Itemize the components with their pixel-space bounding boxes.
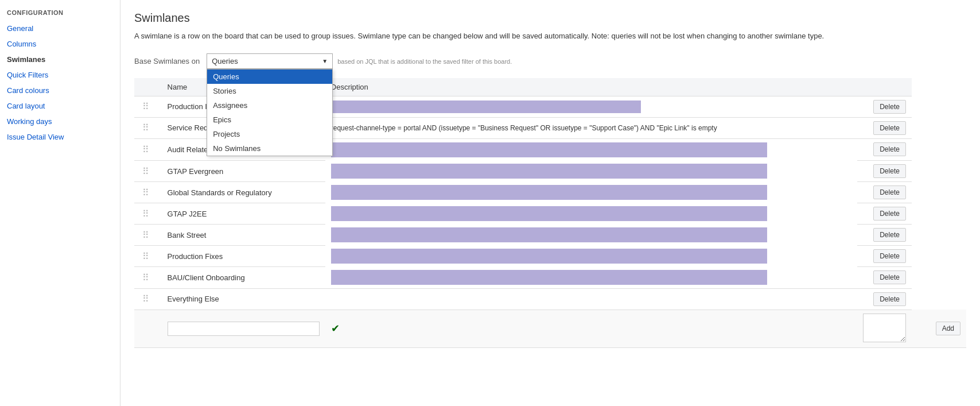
drag-handle-icon[interactable]: ⠿ bbox=[140, 145, 151, 154]
sidebar-item-card-layout[interactable]: Card layout bbox=[0, 98, 120, 114]
drag-handle-icon[interactable]: ⠿ bbox=[140, 294, 151, 304]
delete-button[interactable]: Delete bbox=[873, 100, 906, 114]
drag-handle[interactable]: ⠿ bbox=[134, 96, 162, 117]
dropdown-option-queries[interactable]: Queries bbox=[207, 69, 332, 84]
swimlane-name: Bank Street bbox=[162, 225, 325, 246]
sidebar-item-general[interactable]: General bbox=[0, 21, 120, 36]
swimlane-type-dropdown-container: Queries ▼ QueriesStoriesAssigneesEpicsPr… bbox=[207, 53, 333, 69]
swimlane-action-cell: Delete bbox=[857, 203, 912, 225]
drag-handle[interactable]: ⠿ bbox=[134, 267, 162, 289]
sidebar-item-issue-detail-view[interactable]: Issue Detail View bbox=[0, 129, 120, 145]
drag-handle[interactable]: ⠿ bbox=[134, 138, 162, 161]
delete-button[interactable]: Delete bbox=[873, 142, 906, 156]
sidebar-item-quick-filters[interactable]: Quick Filters bbox=[0, 67, 120, 83]
swimlane-description bbox=[325, 246, 857, 267]
add-swimlane-row: ✔ Add bbox=[134, 310, 966, 347]
sidebar-item-swimlanes[interactable]: Swimlanes bbox=[0, 52, 120, 67]
swimlane-description bbox=[325, 267, 857, 289]
table-row: ⠿Bank StreetDelete bbox=[134, 225, 966, 246]
page-description: A swimlane is a row on the board that ca… bbox=[134, 30, 966, 42]
drag-handle[interactable]: ⠿ bbox=[134, 225, 162, 246]
drag-handle[interactable]: ⠿ bbox=[134, 246, 162, 267]
swimlane-action-cell: Delete bbox=[857, 182, 912, 203]
table-row: ⠿GTAP EvergreenDelete bbox=[134, 161, 966, 182]
base-swimlanes-label: Base Swimlanes on bbox=[134, 53, 200, 65]
dropdown-option-epics[interactable]: Epics bbox=[207, 113, 332, 127]
swimlane-action-cell: Delete bbox=[857, 96, 912, 117]
drag-handle-icon[interactable]: ⠿ bbox=[140, 102, 151, 111]
drag-handle-icon[interactable]: ⠿ bbox=[140, 209, 151, 219]
drag-handle[interactable]: ⠿ bbox=[134, 288, 162, 310]
drag-handle[interactable]: ⠿ bbox=[134, 182, 162, 203]
swimlane-description bbox=[325, 138, 857, 161]
dropdown-selected-value: Queries bbox=[212, 57, 238, 65]
description-column-header: Description bbox=[325, 78, 857, 96]
swimlane-name: GTAP Evergreen bbox=[162, 161, 325, 182]
swimlane-action-cell: Delete bbox=[857, 246, 912, 267]
swimlane-name: Everything Else bbox=[162, 288, 325, 310]
swimlane-name: Production Fixes bbox=[162, 246, 325, 267]
sidebar-item-working-days[interactable]: Working days bbox=[0, 114, 120, 129]
sidebar-item-card-colours[interactable]: Card colours bbox=[0, 83, 120, 98]
sidebar-item-columns[interactable]: Columns bbox=[0, 36, 120, 52]
drag-handle-icon[interactable]: ⠿ bbox=[140, 273, 151, 283]
add-button[interactable]: Add bbox=[936, 322, 960, 335]
new-swimlane-desc-input[interactable] bbox=[863, 314, 906, 342]
delete-button[interactable]: Delete bbox=[873, 121, 906, 135]
jql-hint: based on JQL that is additional to the s… bbox=[337, 53, 512, 65]
drag-handle-icon[interactable]: ⠿ bbox=[140, 123, 151, 133]
drag-handle[interactable]: ⠿ bbox=[134, 203, 162, 225]
delete-button[interactable]: Delete bbox=[873, 270, 906, 284]
swimlane-name: Global Standards or Regulatory bbox=[162, 182, 325, 203]
swimlane-action-cell: Delete bbox=[857, 267, 912, 289]
table-row: ⠿Everything ElseDelete bbox=[134, 288, 966, 310]
delete-button[interactable]: Delete bbox=[873, 185, 906, 199]
add-desc-cell bbox=[857, 310, 912, 347]
table-row: ⠿GTAP J2EEDelete bbox=[134, 203, 966, 225]
add-drag-cell bbox=[134, 310, 162, 347]
swimlane-action-cell: Delete bbox=[857, 288, 912, 310]
drag-col-header bbox=[134, 78, 162, 96]
add-check-cell: ✔ bbox=[325, 310, 857, 347]
drag-handle[interactable]: ⠿ bbox=[134, 117, 162, 138]
swimlane-action-cell: Delete bbox=[857, 225, 912, 246]
swimlane-description: request-channel-type = portal AND (issue… bbox=[325, 117, 857, 138]
swimlane-name: GTAP J2EE bbox=[162, 203, 325, 225]
delete-button[interactable]: Delete bbox=[873, 249, 906, 263]
delete-button[interactable]: Delete bbox=[873, 164, 906, 178]
dropdown-option-no-swimlanes[interactable]: No Swimlanes bbox=[207, 141, 332, 156]
swimlane-description bbox=[325, 182, 857, 203]
check-icon: ✔ bbox=[331, 323, 340, 334]
drag-handle-icon[interactable]: ⠿ bbox=[140, 167, 151, 176]
drag-handle[interactable]: ⠿ bbox=[134, 161, 162, 182]
swimlane-description bbox=[325, 288, 857, 310]
delete-button[interactable]: Delete bbox=[873, 292, 906, 306]
swimlane-description bbox=[325, 225, 857, 246]
drag-handle-icon[interactable]: ⠿ bbox=[140, 252, 151, 261]
swimlane-action-cell: Delete bbox=[857, 161, 912, 182]
swimlane-description bbox=[325, 203, 857, 225]
table-row: ⠿Production FixesDelete bbox=[134, 246, 966, 267]
base-swimlanes-row: Base Swimlanes on Queries ▼ QueriesStori… bbox=[134, 53, 966, 69]
delete-button[interactable]: Delete bbox=[873, 207, 906, 221]
drag-handle-icon[interactable]: ⠿ bbox=[140, 188, 151, 198]
dropdown-option-stories[interactable]: Stories bbox=[207, 84, 332, 98]
dropdown-menu: QueriesStoriesAssigneesEpicsProjectsNo S… bbox=[207, 69, 333, 156]
delete-button[interactable]: Delete bbox=[873, 228, 906, 242]
dropdown-trigger[interactable]: Queries ▼ bbox=[207, 53, 333, 69]
swimlane-description bbox=[325, 161, 857, 182]
swimlane-name: BAU/Client Onboarding bbox=[162, 267, 325, 289]
swimlane-action-cell: Delete bbox=[857, 138, 912, 161]
action-col-header bbox=[857, 78, 912, 96]
add-name-cell bbox=[162, 310, 325, 347]
chevron-down-icon: ▼ bbox=[322, 58, 328, 64]
add-action-cell: Add bbox=[912, 310, 966, 347]
drag-handle-icon[interactable]: ⠿ bbox=[140, 230, 151, 240]
new-swimlane-name-input[interactable] bbox=[168, 322, 320, 336]
config-label: CONFIGURATION bbox=[0, 6, 120, 21]
table-row: ⠿Global Standards or RegulatoryDelete bbox=[134, 182, 966, 203]
sidebar: CONFIGURATION GeneralColumnsSwimlanesQui… bbox=[0, 0, 120, 406]
dropdown-option-assignees[interactable]: Assignees bbox=[207, 98, 332, 113]
dropdown-option-projects[interactable]: Projects bbox=[207, 127, 332, 141]
main-content: Swimlanes A swimlane is a row on the boa… bbox=[120, 0, 980, 406]
